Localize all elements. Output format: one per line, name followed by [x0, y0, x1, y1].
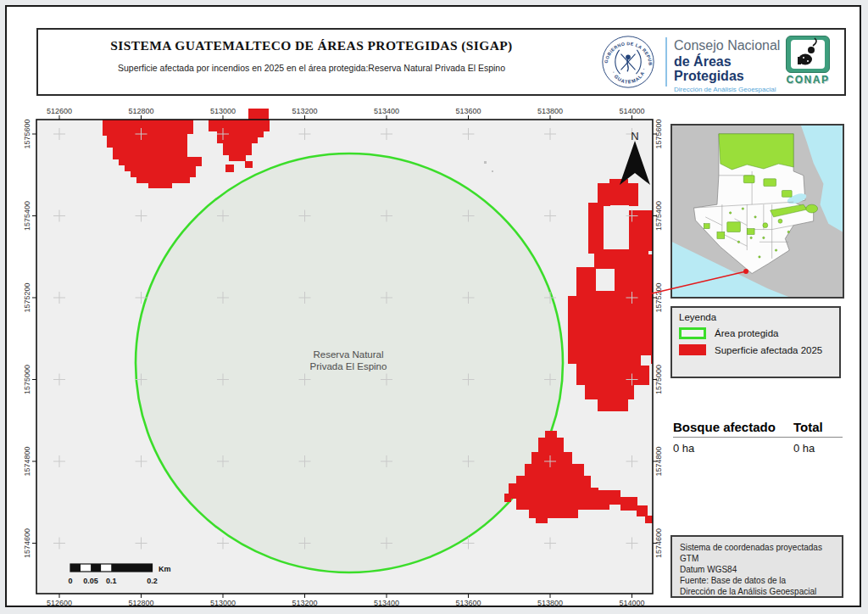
summary-col-value: 0 ha: [673, 442, 694, 455]
conap-label: CONAP: [782, 74, 833, 86]
area-label-line2: Privada El Espino: [310, 361, 387, 371]
government-seal-icon: GOBIERNO DE LA REPÚBLICA · GUATEMALA ·: [600, 34, 656, 90]
x-axis-label-top: 512600: [47, 107, 72, 115]
org-line3: Dirección de Análisis Geoespacial: [674, 87, 801, 93]
credit-line: GTM: [680, 553, 834, 564]
y-axis-label-right: 1575000: [654, 365, 663, 394]
x-axis-label-bottom: 513400: [374, 599, 399, 607]
affected-forest-summary: Bosque afectado Total 0 ha 0 ha: [673, 420, 843, 455]
x-axis-label-top: 513600: [455, 107, 481, 115]
conap-logo: CONAP: [782, 36, 833, 86]
y-axis-label-left: 1575200: [23, 282, 31, 312]
y-axis-label-left: 1575000: [23, 365, 31, 394]
overview-minimap: [670, 124, 844, 299]
sheet-border: SISTEMA GUATEMALTECO DE ÁREAS PROTEGIDAS…: [5, 5, 861, 607]
page-subtitle: Superficie afectada por incendios en 202…: [38, 63, 585, 73]
x-axis-label-bottom: 512800: [128, 599, 153, 607]
area-label-line1: Reserva Natural: [313, 349, 383, 360]
header-box: SISTEMA GUATEMALTECO DE ÁREAS PROTEGIDAS…: [36, 28, 846, 96]
title-block: SISTEMA GUATEMALTECO DE ÁREAS PROTEGIDAS…: [38, 38, 585, 73]
y-axis-label-left: 1575400: [23, 201, 31, 231]
x-axis-label-bottom: 513000: [210, 599, 236, 607]
y-axis-label-right: 1575200: [654, 282, 663, 312]
conap-emblem-icon: [786, 36, 830, 73]
summary-col-header: Bosque afectado: [673, 420, 776, 434]
x-axis-label-bottom: 513200: [292, 599, 317, 607]
x-axis-label-top: 513200: [292, 107, 317, 115]
x-axis-label-bottom: 514000: [619, 599, 644, 607]
scale-unit-label: Km: [159, 565, 171, 573]
header-divider: [665, 37, 667, 87]
y-axis-label-right: 1574800: [654, 446, 663, 476]
summary-total-header: Total: [793, 420, 843, 434]
x-axis-label-top: 513400: [374, 107, 399, 115]
x-axis-label-top: 513000: [210, 107, 236, 115]
legend: Leyenda Área protegida Superficie afecta…: [670, 306, 841, 378]
y-axis-label-left: 1575600: [23, 119, 31, 148]
x-axis-label-top: 513800: [537, 107, 563, 115]
x-axis-label-bottom: 512600: [47, 599, 72, 607]
x-axis-label-bottom: 513600: [455, 599, 481, 607]
y-axis-label-left: 1574800: [23, 446, 31, 476]
y-axis-label-left: 1574600: [23, 528, 31, 558]
guatemala-overview-map: [672, 126, 843, 297]
y-axis-label-right: 1575600: [654, 119, 663, 148]
scale-label: 0.2: [147, 577, 158, 585]
y-axis-label-right: 1574600: [654, 528, 663, 558]
credit-line: Sistema de coordenadas proyectadas: [680, 542, 834, 553]
summary-total-value: 0 ha: [793, 442, 843, 455]
credit-line: Fuente: Base de datos de la: [680, 575, 834, 586]
svg-text:N: N: [631, 130, 638, 142]
x-axis-label-bottom: 513800: [537, 599, 563, 607]
legend-item-protected: Área protegida: [679, 327, 832, 339]
credit-line: Dirección de la Análisis Geoespacial: [680, 586, 834, 597]
scale-label: 0.05: [83, 577, 98, 585]
credit-line: Datum WGS84: [680, 564, 834, 575]
scale-label: 0.1: [106, 577, 117, 585]
scale-label: 0: [68, 577, 72, 585]
main-map: Reserva Natural Privada El Espino 512600…: [7, 100, 668, 614]
affected-area-swatch: [679, 344, 706, 355]
x-axis-label-top: 512800: [128, 107, 153, 115]
x-axis-label-top: 514000: [619, 107, 644, 115]
legend-title: Leyenda: [679, 312, 832, 322]
page-title: SISTEMA GUATEMALTECO DE ÁREAS PROTEGIDAS…: [38, 38, 585, 53]
credits-box: Sistema de coordenadas proyectadas GTM D…: [670, 535, 843, 598]
protected-area-swatch: [679, 327, 706, 339]
map-sheet-page: SISTEMA GUATEMALTECO DE ÁREAS PROTEGIDAS…: [0, 0, 868, 614]
y-axis-label-right: 1575400: [654, 201, 663, 231]
legend-item-affected: Superficie afectada 2025: [679, 344, 832, 355]
